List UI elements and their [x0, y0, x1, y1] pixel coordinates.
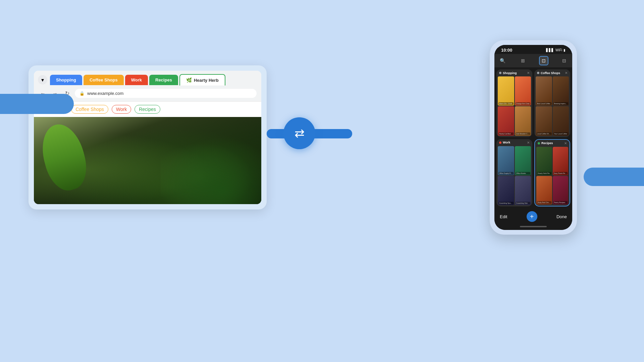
chevron-down-icon: ▾ [41, 77, 44, 83]
chip-coffee-shops[interactable]: Coffee Shops [71, 105, 108, 114]
mini-tab-coffee-2[interactable]: Brewing inspiration [553, 76, 569, 106]
tab-work-label: Work [131, 77, 142, 82]
bookmarks-icon: ⊟ [562, 58, 566, 63]
status-time: 10:00 [501, 48, 512, 53]
group-header-recipes: Recipes ✕ [535, 140, 570, 147]
bookmarks-button[interactable]: ⊟ [559, 56, 569, 65]
search-button[interactable]: 🔍 [498, 56, 507, 65]
herb-icon: 🌿 [186, 77, 192, 83]
work-tabs: Office Supply Room Office Kiosko Coworki… [496, 146, 532, 207]
mini-tab-label: Your Local Coffee [553, 132, 569, 135]
mini-tab-orange-chair[interactable]: Orange Arm Chair [515, 76, 531, 106]
mini-tab-coffee-3[interactable]: Local Coffee Shops [536, 106, 552, 135]
mini-tab-recipe-2[interactable]: Easy Pasta Recipes [553, 147, 569, 175]
chip-coffee-label: Coffee Shops [75, 107, 104, 112]
tabs-button[interactable]: ⊡ [539, 56, 548, 65]
recipes-dot [538, 142, 540, 144]
mini-tab-recipe-1[interactable]: Hearty Herb Pie [536, 147, 552, 175]
shopping-group-close[interactable]: ✕ [527, 71, 530, 75]
tab-coffee-shops[interactable]: Coffee Shops [84, 75, 124, 85]
group-title-coffee: Coffee Shops [537, 71, 560, 75]
recipes-group-close[interactable]: ✕ [564, 141, 567, 145]
tab-chevron-button[interactable]: ▾ [38, 75, 47, 84]
add-tab-button[interactable]: + [527, 211, 537, 222]
work-group-close[interactable]: ✕ [527, 141, 530, 144]
tab-hearty[interactable]: 🌿 Hearty Herb [179, 74, 225, 85]
shopping-group-label: Shopping [503, 71, 517, 75]
blue-ribbon-left [0, 94, 74, 114]
chip-work-label: Work [116, 107, 127, 112]
browser-content [34, 117, 261, 204]
group-title-shopping: Shopping [499, 71, 517, 75]
url-text: www.example.com [87, 91, 123, 96]
tab-hearty-label: Hearty Herb [194, 78, 219, 83]
work-group-label: Work [503, 141, 510, 144]
mini-tab-work-2[interactable]: Office Kiosko [515, 146, 531, 175]
mini-tab-label: Ruby Red Cherry [537, 201, 551, 204]
sync-button[interactable]: ⇄ [283, 117, 315, 149]
group-header-shopping: Shopping ✕ [496, 69, 532, 76]
done-button[interactable]: Done [556, 214, 567, 219]
browser-container: ▾ Shopping Coffee Shops Work Recipes 🌿 H… [29, 65, 267, 209]
mini-tab-work-4[interactable]: Coworking Hub [515, 176, 531, 205]
tab-recipes-label: Recipes [155, 77, 172, 82]
mini-tab-label: Best Local Coffee [536, 102, 551, 105]
home-indicator [494, 225, 572, 230]
tabs-icon: ⊡ [542, 58, 546, 63]
coffee-tabs: Best Local Coffee Brewing inspiration Lo… [534, 76, 570, 137]
mini-tab-work-1[interactable]: Office Supply Room [498, 146, 514, 175]
shopping-tabs: Warm Glo - Chair Orange Arm Chair Hearty… [496, 76, 532, 137]
tab-groups-button[interactable]: ⊞ [518, 56, 528, 65]
mini-tab-label: Warm Glo - Chair [498, 102, 514, 105]
tab-bar: ▾ Shopping Coffee Shops Work Recipes 🌿 H… [34, 71, 261, 85]
wifi-icon: WiFi [555, 48, 562, 52]
mini-tab-label: Local Coffee Shops [536, 132, 551, 135]
tab-shopping-label: Shopping [56, 77, 76, 82]
tab-groups-icon: ⊞ [521, 58, 525, 63]
group-title-work: Work [499, 141, 510, 144]
mini-tab-wood-desk[interactable]: Oak Wooden Chair [515, 106, 531, 135]
url-bar[interactable]: 🔒 www.example.com [75, 89, 257, 98]
tab-coffee-label: Coffee Shops [90, 77, 118, 82]
chip-recipes-label: Recipes [139, 107, 156, 112]
mini-tab-label: Hearty Cat Bed [498, 132, 514, 135]
connector-right [312, 129, 352, 138]
recipes-group-label: Recipes [541, 141, 553, 145]
coffee-dot [537, 72, 539, 74]
mini-tab-label: Coworking Spaces [498, 202, 514, 204]
tab-shopping[interactable]: Shopping [50, 75, 82, 85]
coffee-group-close[interactable]: ✕ [565, 71, 568, 75]
chip-recipes[interactable]: Recipes [135, 105, 160, 114]
coffee-group-label: Coffee Shops [541, 71, 560, 75]
mini-tab-recipe-4[interactable]: Pastry Recipes [553, 176, 569, 204]
search-icon: 🔍 [500, 58, 505, 63]
mini-tab-label: Office Kiosko [516, 172, 531, 175]
mini-tab-coffee-4[interactable]: Your Local Coffee [553, 106, 569, 135]
chip-work[interactable]: Work [112, 105, 131, 114]
mini-tab-recipe-3[interactable]: Ruby Red Cherry [536, 176, 552, 204]
mini-tab-label: Pastry Recipes [553, 201, 568, 204]
phone-bottom-bar: Edit + Done [494, 208, 572, 225]
tab-recipes[interactable]: Recipes [149, 75, 178, 85]
tab-groups-grid: Shopping ✕ Warm Glo - Chair Orange Arm C… [494, 67, 572, 208]
recipes-tabs: Hearty Herb Pie Easy Pasta Recipes Ruby … [535, 147, 570, 206]
tab-group-shopping[interactable]: Shopping ✕ Warm Glo - Chair Orange Arm C… [496, 69, 532, 137]
group-header-coffee: Coffee Shops ✕ [534, 69, 570, 76]
tab-group-coffee[interactable]: Coffee Shops ✕ Best Local Coffee Brewing… [534, 69, 570, 137]
battery-icon: ▮ [564, 48, 566, 52]
mini-tab-red-chair[interactable]: Hearty Cat Bed [498, 106, 514, 135]
mini-tab-coffee-1[interactable]: Best Local Coffee [536, 76, 552, 106]
tab-group-work[interactable]: Work ✕ Office Supply Room Office Kiosko … [496, 139, 532, 207]
shopping-dot [499, 72, 501, 74]
sync-icon: ⇄ [294, 126, 305, 140]
edit-button[interactable]: Edit [500, 214, 507, 219]
mini-tab-work-3[interactable]: Coworking Spaces [498, 176, 514, 205]
tab-group-recipes[interactable]: Recipes ✕ Hearty Herb Pie Easy Pasta Rec… [534, 139, 570, 207]
mini-tab-label: Easy Pasta Recipes [553, 172, 568, 175]
plus-icon: + [530, 213, 534, 221]
mini-tab-label: Office Supply Room [498, 172, 514, 175]
mini-tab-yellow-chair[interactable]: Warm Glo - Chair [498, 76, 514, 106]
mini-tab-label: Oak Wooden Chair [516, 132, 531, 135]
tab-work[interactable]: Work [125, 75, 148, 85]
status-icons: ▋▋▋ WiFi ▮ [546, 48, 566, 52]
